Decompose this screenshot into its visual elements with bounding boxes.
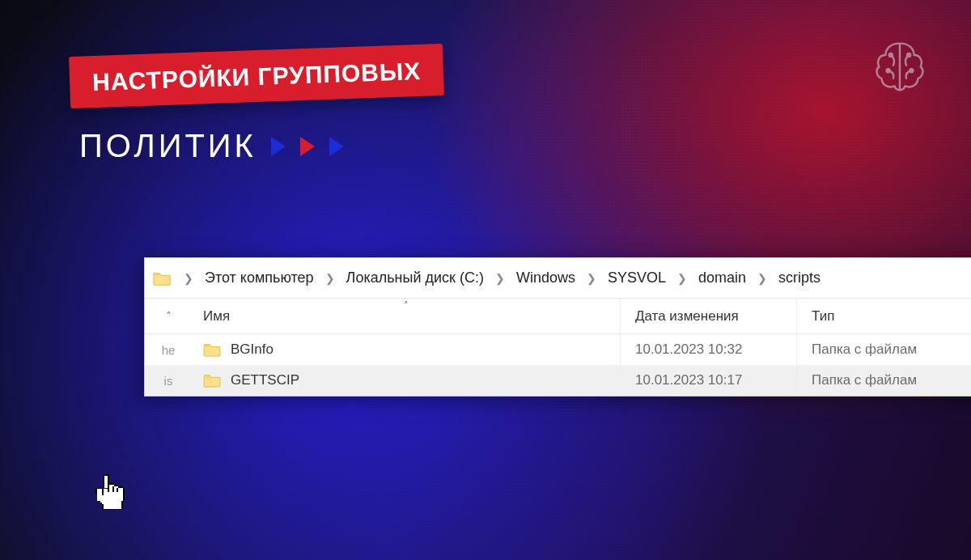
svg-rect-18 [121,501,123,508]
svg-point-2 [907,53,910,57]
file-name: BGInfo [231,342,273,358]
column-header-name[interactable]: ˄ Имя [192,299,621,333]
nav-panel-hint: he [145,343,192,357]
sort-ascending-icon: ˄ [404,300,409,311]
file-type: Папка с файлам [812,372,917,388]
subtitle-row: ПОЛИТИК [79,128,344,164]
svg-rect-31 [102,489,104,494]
brain-logo-icon [867,36,932,100]
breadcrumb-item[interactable]: Windows [513,268,579,288]
chevron-right-icon: ❯ [184,272,193,285]
column-headers: ˄ ˄ Имя Дата изменения Тип [145,299,971,334]
folder-icon [203,342,221,357]
svg-rect-12 [97,488,103,490]
svg-point-1 [889,53,893,57]
breadcrumb[interactable]: ❯ Этот компьютер ❯ Локальный диск (C:) ❯… [145,258,971,299]
chevron-right-icon: ❯ [677,272,687,285]
file-explorer-window: ❯ Этот компьютер ❯ Локальный диск (C:) ❯… [144,257,971,397]
file-name: GETTSCIP [231,372,299,388]
svg-rect-6 [104,476,105,488]
svg-rect-11 [123,488,125,502]
svg-rect-24 [97,489,123,501]
nav-up-icon[interactable]: ˄ [145,310,192,323]
title-banner: НАСТРОЙКИ ГРУППОВЫХ [69,44,444,108]
svg-point-4 [910,69,913,72]
breadcrumb-item[interactable]: Локальный диск (C:) [343,268,487,288]
table-row[interactable]: he BGInfo 10.01.2023 10:32 Папка с файла… [145,334,971,365]
title-banner-text: НАСТРОЙКИ ГРУППОВЫХ [92,57,422,95]
svg-rect-20 [104,476,108,488]
column-header-type[interactable]: Тип [797,299,971,333]
svg-rect-5 [104,474,109,476]
column-header-date-label: Дата изменения [635,308,739,325]
triangle-icon [271,137,286,156]
svg-point-3 [887,69,890,72]
column-header-date[interactable]: Дата изменения [621,299,797,333]
breadcrumb-item[interactable]: domain [695,268,749,288]
svg-rect-10 [118,486,123,488]
table-row[interactable]: is GETTSCIP 10.01.2023 10:17 Папка с фай… [145,365,971,396]
chevron-right-icon: ❯ [587,272,596,285]
svg-rect-30 [117,488,118,493]
svg-rect-9 [114,485,119,486]
svg-rect-8 [109,483,114,485]
svg-rect-29 [112,486,114,492]
svg-rect-19 [104,509,121,511]
svg-rect-23 [118,488,123,490]
file-date: 10.01.2023 10:17 [635,372,742,388]
chevron-right-icon: ❯ [325,272,335,285]
triangle-icon [300,137,315,156]
chevron-right-icon: ❯ [757,272,767,285]
breadcrumb-item[interactable]: SYSVOL [604,268,669,288]
file-type: Папка с файлам [812,342,917,358]
subtitle-text: ПОЛИТИК [79,128,257,164]
hand-cursor-icon [91,473,128,515]
file-list: he BGInfo 10.01.2023 10:32 Папка с файла… [145,334,971,396]
triangle-icon [329,137,344,156]
svg-rect-13 [95,489,97,494]
svg-rect-7 [108,476,109,485]
column-header-type-label: Тип [812,308,834,325]
nav-panel-hint: is [145,374,192,388]
svg-rect-25 [100,501,121,503]
folder-icon [203,373,221,388]
folder-icon [153,269,171,287]
breadcrumb-item[interactable]: scripts [775,268,824,288]
file-date: 10.01.2023 10:32 [635,342,742,358]
svg-rect-28 [108,485,109,492]
chevron-right-icon: ❯ [495,272,505,285]
column-header-name-label: Имя [203,308,230,325]
svg-rect-26 [102,503,121,504]
breadcrumb-item[interactable]: Этот компьютер [201,268,317,288]
svg-rect-27 [104,504,121,509]
